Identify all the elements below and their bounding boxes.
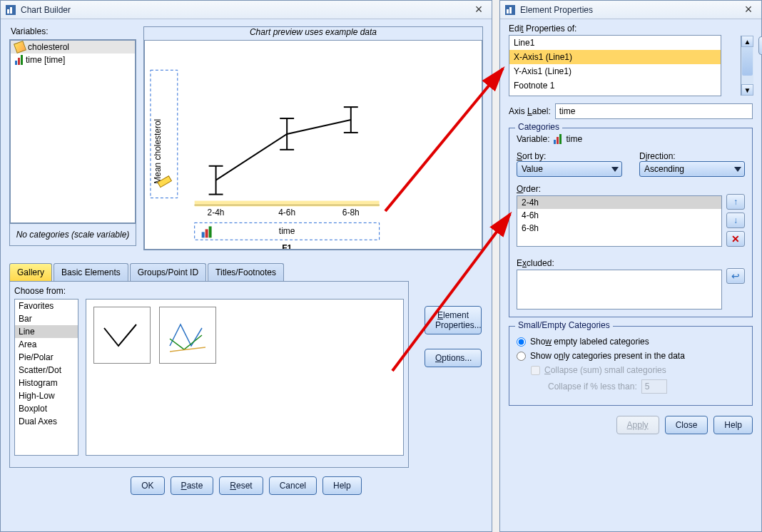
categories-fieldset: Categories Variable: time Sort by: Value… [509, 128, 753, 317]
order-item[interactable]: 6-8h [517, 222, 721, 235]
thumb-simple-line[interactable] [93, 307, 151, 364]
type-dual-axes[interactable]: Dual Axes [15, 415, 78, 428]
preview-title: Chart preview uses example data [144, 27, 482, 40]
show-only-label: Show only categories present in the data [530, 351, 685, 361]
type-high-low[interactable]: High-Low [15, 389, 78, 402]
show-empty-radio[interactable] [517, 337, 526, 347]
show-empty-label: Show empty labeled categories [530, 337, 649, 347]
y-axis-label: Mean cholesterol [153, 119, 163, 184]
options-button[interactable]: Options... [425, 349, 482, 367]
tab-titles-footnotes[interactable]: Titles/Footnotes [208, 263, 284, 281]
variable-label: cholesterol [28, 42, 69, 52]
type-boxplot[interactable]: Boxplot [15, 402, 78, 415]
collapse-pct-label: Collapse if % less than: [548, 382, 637, 392]
collapse-sum-checkbox [531, 366, 540, 375]
variable-value: time [566, 134, 582, 144]
axis-label-label: Axis Label: [509, 106, 551, 116]
scroll-thumb[interactable] [742, 47, 753, 76]
restore-excluded-button[interactable]: ↩ [726, 268, 745, 284]
tab-gallery[interactable]: Gallery [9, 263, 52, 281]
variables-panel: Variables: cholesterol time [time] No ca… [9, 26, 136, 250]
tab-groups-point-id[interactable]: Groups/Point ID [130, 263, 206, 281]
type-pie-polar[interactable]: Pie/Polar [15, 351, 78, 364]
help-button[interactable]: Help [713, 416, 753, 434]
paste-button[interactable]: Paste [171, 476, 214, 495]
element-properties-button[interactable]: ElementProperties... [425, 306, 482, 334]
cancel-button[interactable]: Cancel [269, 476, 317, 495]
item-line1[interactable]: Line1 [509, 36, 721, 50]
excluded-label: Excluded: [517, 258, 745, 268]
help-button[interactable]: Help [322, 476, 362, 495]
delete-item-button[interactable]: ✕ [758, 36, 762, 55]
reset-button[interactable]: Reset [219, 476, 263, 495]
svg-rect-20 [202, 232, 205, 237]
item-x-axis1[interactable]: X-Axis1 (Line1) [509, 50, 721, 64]
axis-label-input[interactable] [555, 103, 753, 119]
move-down-button[interactable]: ↓ [726, 213, 745, 228]
ruler-icon [14, 41, 26, 53]
properties-of-list[interactable]: Line1 X-Axis1 (Line1) Y-Axis1 (Line1) Fo… [509, 35, 721, 96]
type-scatter-dot[interactable]: Scatter/Dot [15, 364, 78, 377]
categories-legend: Categories [515, 122, 562, 132]
ok-button[interactable]: OK [131, 476, 164, 495]
variable-time[interactable]: time [time] [11, 53, 135, 66]
properties-list-scrollbar[interactable]: ▲ ▼ [741, 36, 753, 96]
type-bar[interactable]: Bar [15, 312, 78, 325]
order-label: Order: [517, 184, 745, 194]
chevron-down-icon [734, 164, 741, 174]
order-list[interactable]: 2-4h 4-6h 6-8h [517, 195, 722, 247]
show-only-radio[interactable] [517, 352, 526, 361]
gallery-tab-body: Choose from: Favorites Bar Line Area Pie… [9, 281, 409, 468]
svg-rect-25 [509, 7, 512, 14]
bars-icon [554, 134, 562, 144]
order-item[interactable]: 4-6h [517, 209, 721, 222]
element-properties-title: Element Properties [520, 5, 740, 15]
direction-label: Direction: [639, 151, 745, 161]
svg-rect-22 [209, 226, 212, 237]
svg-text:2-4h: 2-4h [208, 208, 225, 218]
app-icon [5, 4, 16, 16]
excluded-list[interactable] [517, 270, 722, 310]
chart-builder-title: Chart Builder [21, 5, 470, 15]
variables-label: Variables: [9, 26, 136, 39]
chart-type-list[interactable]: Favorites Bar Line Area Pie/Polar Scatte… [14, 299, 78, 456]
small-empty-fieldset: Small/Empty Categories Show empty labele… [509, 326, 753, 406]
collapse-sum-label: Collapse (sum) small categories [544, 365, 666, 375]
variable-label: Variable: [517, 134, 549, 144]
scroll-up-icon[interactable]: ▲ [741, 36, 753, 47]
type-line[interactable]: Line [15, 325, 78, 338]
direction-combo[interactable]: Ascending [639, 161, 745, 177]
sort-by-combo[interactable]: Value [517, 161, 622, 177]
svg-rect-2 [10, 7, 12, 14]
factor-label: F1 [282, 243, 292, 249]
svg-text:4-6h: 4-6h [278, 208, 295, 218]
remove-order-button[interactable]: ✕ [726, 231, 745, 247]
preview-chart: Mean cholesterol 2-4h 4-6h 6-8h [145, 41, 482, 249]
close-icon[interactable]: × [470, 3, 487, 17]
move-up-button[interactable]: ↑ [726, 194, 745, 210]
x-axis-label: time [279, 226, 295, 236]
preview-canvas[interactable]: Mean cholesterol 2-4h 4-6h 6-8h [144, 40, 482, 250]
item-footnote1[interactable]: Footnote 1 [509, 78, 721, 93]
type-area[interactable]: Area [15, 338, 78, 351]
svg-rect-21 [205, 229, 208, 237]
thumb-multiple-line[interactable] [159, 307, 216, 364]
apply-button: Apply [616, 416, 659, 434]
close-icon[interactable]: × [740, 3, 757, 17]
type-histogram[interactable]: Histogram [15, 377, 78, 389]
small-empty-legend: Small/Empty Categories [515, 320, 613, 330]
tab-basic-elements[interactable]: Basic Elements [54, 263, 128, 281]
element-properties-titlebar: Element Properties × [500, 1, 761, 19]
scroll-down-icon[interactable]: ▼ [741, 84, 753, 96]
variable-cholesterol[interactable]: cholesterol [11, 41, 135, 53]
variables-list[interactable]: cholesterol time [time] [10, 40, 136, 223]
order-item[interactable]: 2-4h [517, 196, 721, 209]
svg-rect-6 [195, 201, 380, 207]
item-y-axis1[interactable]: Y-Axis1 (Line1) [509, 64, 721, 78]
chart-builder-buttons: OK Paste Reset Cancel Help [9, 476, 483, 495]
svg-text:6-8h: 6-8h [342, 208, 360, 218]
type-favorites[interactable]: Favorites [15, 300, 78, 312]
chart-thumbnails [86, 299, 404, 456]
element-properties-window: Element Properties × Edit Properties of:… [499, 0, 762, 532]
close-button[interactable]: Close [665, 416, 708, 434]
